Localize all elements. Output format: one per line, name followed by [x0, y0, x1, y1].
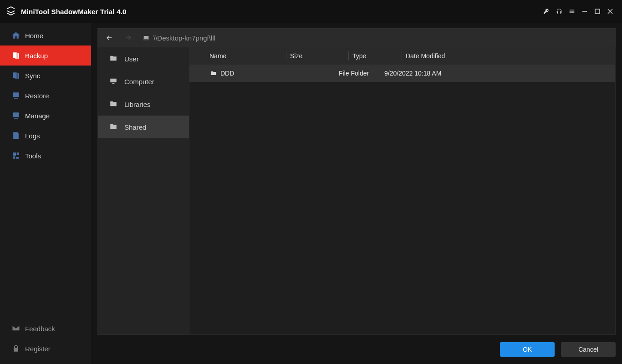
sidebar-footer: Feedback Register — [0, 318, 91, 359]
headset-icon[interactable] — [553, 5, 566, 18]
file-browser-body: User Computer Libraries Shared — [97, 47, 616, 335]
folder-icon — [109, 54, 118, 64]
sidebar-item-sync[interactable]: Sync — [0, 66, 91, 86]
lock-icon — [11, 344, 20, 354]
drive-icon — [143, 34, 150, 41]
column-size[interactable]: Size — [290, 52, 345, 60]
place-label: Libraries — [124, 101, 151, 108]
file-list-header: Name Size Type Date Modified — [189, 47, 615, 65]
sidebar-item-label: Register — [25, 345, 51, 353]
places-item-computer[interactable]: Computer — [98, 70, 189, 93]
sidebar-item-logs[interactable]: Logs — [0, 126, 91, 146]
place-label: Computer — [124, 78, 154, 86]
places-item-libraries[interactable]: Libraries — [98, 93, 189, 116]
sidebar-item-manage[interactable]: Manage — [0, 106, 91, 126]
close-button[interactable] — [604, 5, 617, 18]
sidebar-item-restore[interactable]: Restore — [0, 86, 91, 106]
row-date: 9/20/2022 10:18 AM — [382, 70, 474, 77]
column-type[interactable]: Type — [352, 52, 398, 60]
ok-button[interactable]: OK — [500, 342, 555, 357]
sidebar-item-tools[interactable]: Tools — [0, 146, 91, 166]
sidebar-item-label: Manage — [25, 112, 50, 120]
column-divider — [286, 51, 286, 61]
sidebar-item-home[interactable]: Home — [0, 25, 91, 46]
app-logo-icon — [5, 5, 21, 18]
computer-icon — [109, 77, 118, 86]
places-item-user[interactable]: User — [98, 47, 189, 70]
column-divider — [348, 51, 349, 61]
feedback-icon — [11, 324, 20, 334]
table-row[interactable]: DDD File Folder 9/20/2022 10:18 AM — [189, 65, 615, 82]
minimize-button[interactable] — [578, 5, 591, 18]
logs-icon — [11, 131, 20, 142]
column-divider — [487, 51, 487, 61]
cancel-button[interactable]: Cancel — [561, 342, 616, 357]
sidebar-item-label: Tools — [25, 152, 41, 160]
home-icon — [11, 31, 20, 41]
sidebar-item-label: Home — [25, 32, 43, 40]
column-name[interactable]: Name — [209, 52, 282, 60]
maximize-button[interactable] — [591, 5, 604, 18]
manage-icon — [11, 111, 20, 121]
pathbar: \\Desktop-kn7pngf\lll — [97, 28, 616, 47]
sidebar-item-register[interactable]: Register — [0, 339, 91, 359]
current-path: \\Desktop-kn7pngf\lll — [153, 34, 215, 42]
file-list: Name Size Type Date Modified DDD File Fo… — [189, 47, 615, 334]
key-icon[interactable] — [540, 5, 553, 18]
column-divider — [402, 51, 402, 61]
dialog-footer: OK Cancel — [500, 342, 616, 357]
place-label: User — [124, 55, 139, 63]
hamburger-icon[interactable] — [566, 5, 578, 18]
column-date[interactable]: Date Modified — [406, 52, 483, 60]
svg-rect-1 — [595, 9, 600, 14]
place-label: Shared — [124, 123, 146, 131]
sidebar-item-label: Feedback — [25, 325, 55, 333]
tools-icon — [11, 151, 20, 162]
row-name: DDD — [220, 70, 234, 77]
app-title: MiniTool ShadowMaker Trial 4.0 — [21, 8, 127, 15]
sidebar-item-feedback[interactable]: Feedback — [0, 318, 91, 339]
sync-icon — [11, 71, 20, 81]
file-browser-panel: \\Desktop-kn7pngf\lll User Computer — [91, 23, 622, 364]
sidebar-item-label: Sync — [25, 72, 40, 80]
sidebar-item-label: Backup — [25, 52, 48, 60]
sidebar: Home Backup Sync Restore Manage Logs T — [0, 23, 91, 364]
nav-forward-button — [119, 28, 138, 47]
path-field[interactable]: \\Desktop-kn7pngf\lll — [138, 31, 613, 45]
titlebar: MiniTool ShadowMaker Trial 4.0 — [0, 0, 622, 23]
row-type: File Folder — [337, 70, 382, 77]
backup-icon — [11, 51, 20, 61]
sidebar-item-label: Restore — [25, 92, 49, 100]
sidebar-item-label: Logs — [25, 132, 40, 140]
folder-icon — [109, 122, 118, 132]
places-panel: User Computer Libraries Shared — [98, 47, 189, 334]
sidebar-item-backup[interactable]: Backup — [0, 46, 91, 66]
nav-back-button[interactable] — [100, 28, 119, 47]
folder-icon — [109, 100, 118, 109]
restore-icon — [11, 91, 20, 101]
folder-icon — [209, 70, 218, 76]
places-item-shared[interactable]: Shared — [98, 116, 189, 138]
